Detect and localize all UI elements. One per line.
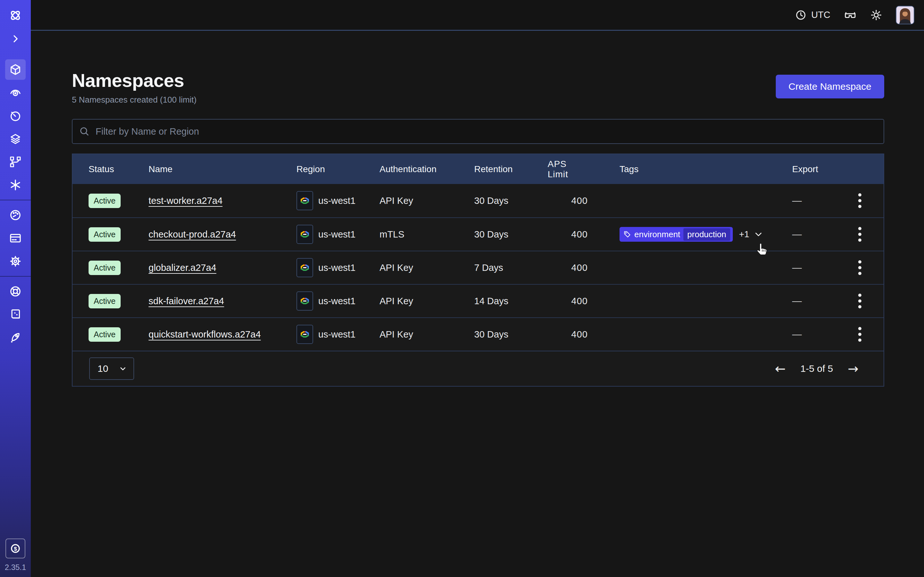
gcp-icon bbox=[296, 292, 313, 311]
column-header-region: Region bbox=[296, 164, 380, 174]
billing-card-icon bbox=[9, 232, 22, 245]
filter-input[interactable] bbox=[95, 126, 877, 137]
cube-icon bbox=[9, 63, 22, 76]
search-icon bbox=[79, 126, 90, 137]
table-row: Active quickstart-workflows.a27a4 us-wes… bbox=[73, 318, 884, 351]
column-header-name: Name bbox=[149, 164, 296, 174]
page-header: Namespaces 5 Namespaces created (100 lim… bbox=[72, 69, 884, 105]
sidebar-item-settings[interactable] bbox=[0, 250, 31, 273]
row-menu-button[interactable] bbox=[855, 224, 865, 245]
page-size-value: 10 bbox=[97, 363, 108, 374]
asterisk-icon bbox=[9, 179, 22, 191]
namespace-link[interactable]: test-worker.a27a4 bbox=[149, 195, 223, 206]
branch-icon bbox=[9, 155, 22, 168]
labs-toggle-button[interactable] bbox=[844, 9, 857, 21]
book-icon bbox=[9, 308, 22, 321]
auth-value: API Key bbox=[380, 263, 474, 273]
table-footer: 10 ← 1-5 of 5 → bbox=[73, 351, 884, 386]
row-menu-button[interactable] bbox=[855, 290, 865, 311]
sidebar-footer: $ 2.35.1 bbox=[0, 538, 31, 572]
export-value: — bbox=[792, 262, 802, 273]
pagination: ← 1-5 of 5 → bbox=[775, 362, 859, 375]
namespace-link[interactable]: sdk-failover.a27a4 bbox=[149, 296, 224, 306]
namespaces-table: Status Name Region Authentication Retent… bbox=[72, 153, 884, 387]
previous-page-button[interactable]: ← bbox=[775, 362, 786, 375]
tag-pill[interactable]: environment production bbox=[620, 227, 733, 242]
aps-limit-value: 400 bbox=[548, 229, 620, 240]
layers-icon bbox=[9, 132, 22, 145]
sidebar-item-billing[interactable] bbox=[0, 227, 31, 250]
gauge-icon bbox=[9, 209, 22, 221]
row-menu-button[interactable] bbox=[855, 257, 865, 278]
page-size-select[interactable]: 10 bbox=[89, 358, 134, 380]
sidebar-item-usage[interactable] bbox=[0, 203, 31, 227]
theme-toggle-button[interactable] bbox=[870, 9, 882, 21]
sidebar-item-batch[interactable] bbox=[0, 127, 31, 150]
next-page-button[interactable]: → bbox=[848, 362, 859, 375]
app-version: 2.35.1 bbox=[5, 563, 26, 572]
status-badge: Active bbox=[89, 193, 121, 208]
namespace-link[interactable]: globalizer.a27a4 bbox=[149, 263, 216, 273]
row-menu-button[interactable] bbox=[855, 190, 865, 211]
svg-text:$: $ bbox=[14, 546, 17, 552]
page-title-block: Namespaces 5 Namespaces created (100 lim… bbox=[72, 69, 197, 105]
pagination-range: 1-5 of 5 bbox=[800, 363, 833, 374]
auth-value: mTLS bbox=[380, 229, 474, 240]
sidebar-item-nexus[interactable] bbox=[0, 173, 31, 197]
row-menu-button[interactable] bbox=[855, 324, 865, 345]
sidebar-item-namespaces[interactable] bbox=[0, 58, 31, 81]
status-badge: Active bbox=[89, 261, 121, 275]
column-header-export: Export bbox=[792, 164, 836, 174]
tags-expand-button[interactable] bbox=[754, 229, 763, 239]
sidebar-item-schedules[interactable] bbox=[0, 104, 31, 127]
sidebar-item-insights[interactable] bbox=[0, 81, 31, 104]
retention-value: 30 Days bbox=[474, 329, 548, 340]
sidebar-item-support[interactable] bbox=[0, 280, 31, 303]
filter-bar bbox=[72, 119, 884, 144]
timezone-selector[interactable]: UTC bbox=[795, 9, 830, 21]
export-value: — bbox=[792, 229, 802, 240]
sidebar-divider bbox=[0, 276, 31, 277]
retention-value: 14 Days bbox=[474, 296, 548, 306]
sidebar: $ 2.35.1 bbox=[0, 0, 31, 577]
page-title: Namespaces bbox=[72, 69, 197, 91]
tags-more-count: +1 bbox=[739, 229, 750, 239]
price-badge-icon: $ bbox=[9, 542, 21, 554]
namespace-link[interactable]: quickstart-workflows.a27a4 bbox=[149, 329, 261, 340]
table-row: Active sdk-failover.a27a4 us-west1 API K… bbox=[73, 284, 884, 318]
status-badge: Active bbox=[89, 327, 121, 342]
column-header-authentication: Authentication bbox=[380, 164, 474, 174]
export-value: — bbox=[792, 295, 802, 306]
table-row: Active test-worker.a27a4 us-west1 API Ke… bbox=[73, 184, 884, 218]
namespace-link[interactable]: checkout-prod.a27a4 bbox=[149, 229, 236, 240]
sidebar-expand-button[interactable] bbox=[0, 31, 31, 47]
main-content: Namespaces 5 Namespaces created (100 lim… bbox=[31, 32, 924, 577]
chevron-down-icon bbox=[754, 229, 763, 239]
temporal-logo[interactable] bbox=[0, 0, 31, 31]
export-value: — bbox=[792, 329, 802, 340]
glasses-icon bbox=[844, 9, 857, 21]
sidebar-item-deployments[interactable] bbox=[0, 150, 31, 173]
sidebar-item-docs[interactable] bbox=[0, 303, 31, 326]
table-header-row: Status Name Region Authentication Retent… bbox=[73, 154, 884, 184]
create-namespace-button[interactable]: Create Namespace bbox=[776, 75, 884, 98]
tag-key: environment bbox=[634, 229, 680, 239]
auth-value: API Key bbox=[380, 329, 474, 340]
retention-value: 30 Days bbox=[474, 195, 548, 206]
gear-icon bbox=[9, 255, 22, 268]
rocket-icon bbox=[9, 331, 22, 344]
tag-icon bbox=[624, 230, 631, 238]
tag-value: production bbox=[683, 228, 730, 241]
aps-limit-value: 400 bbox=[548, 329, 620, 340]
clock-icon bbox=[795, 9, 806, 21]
avatar[interactable] bbox=[896, 6, 914, 24]
auth-value: API Key bbox=[380, 296, 474, 306]
aps-limit-value: 400 bbox=[548, 263, 620, 273]
pricing-button[interactable]: $ bbox=[5, 538, 25, 558]
column-header-status: Status bbox=[73, 164, 149, 174]
aps-limit-value: 400 bbox=[548, 296, 620, 306]
sidebar-item-getting-started[interactable] bbox=[0, 326, 31, 349]
gcp-icon bbox=[296, 191, 313, 210]
region-label: us-west1 bbox=[318, 195, 355, 206]
retention-value: 7 Days bbox=[474, 263, 548, 273]
